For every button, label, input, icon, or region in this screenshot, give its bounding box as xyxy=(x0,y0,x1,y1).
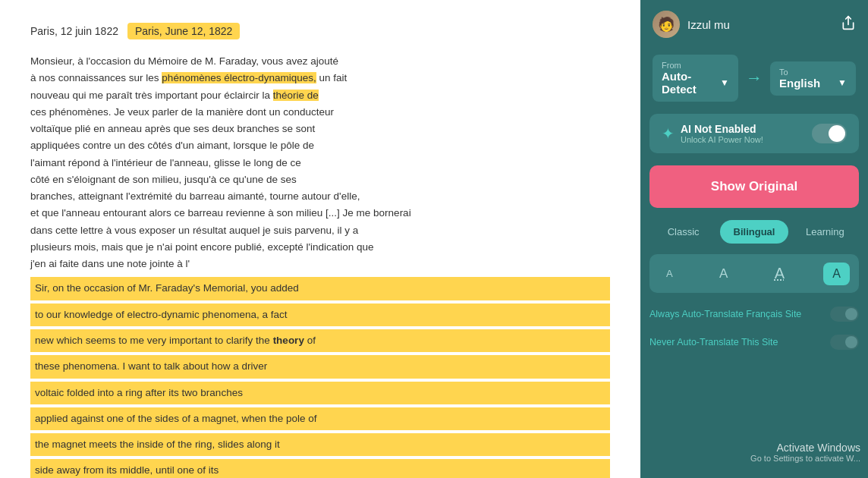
panel-header: 🧑 Izzul mu xyxy=(640,0,868,49)
to-value: English ▼ xyxy=(779,77,847,90)
ai-section: ✦ AI Not Enabled Unlock AI Power Now! xyxy=(649,114,859,153)
highlight-electro: phénomènes électro-dynamiques, xyxy=(162,72,316,83)
text-block: Monsieur, à l'occasion du Mémoire de M. … xyxy=(30,53,610,478)
translated-line-5: voltaic folded into a ring after its two… xyxy=(30,382,610,404)
avatar: 🧑 xyxy=(653,11,680,38)
always-auto-label: Always Auto-Translate Français Site xyxy=(649,309,801,319)
to-label: To xyxy=(779,68,847,77)
ai-title: AI Not Enabled xyxy=(681,123,763,135)
activate-subtitle: Go to Settings to activate W... xyxy=(750,454,860,463)
from-label: From xyxy=(662,61,729,70)
font-size-row: A A A A xyxy=(649,254,859,293)
activate-title: Activate Windows xyxy=(750,442,860,454)
from-dropdown-arrow: ▼ xyxy=(720,77,729,88)
direction-arrow: → xyxy=(746,68,763,88)
right-panel: 🧑 Izzul mu From Auto-Detect ▼ → To Engli… xyxy=(640,0,868,478)
translated-line-4: these phenomena. I want to talk about ho… xyxy=(30,355,610,378)
never-auto-row: Never Auto-Translate This Site xyxy=(649,332,859,353)
translated-line-3: new which seems to me very important to … xyxy=(30,329,610,352)
language-row: From Auto-Detect ▼ → To English ▼ xyxy=(640,49,868,109)
to-language-selector[interactable]: To English ▼ xyxy=(770,61,856,96)
date-line: Paris, 12 juin 1822 Paris, June 12, 1822 xyxy=(30,23,610,39)
ai-star-icon: ✦ xyxy=(662,124,675,143)
font-small[interactable]: A xyxy=(659,263,681,284)
ai-subtitle: Unlock AI Power Now! xyxy=(681,135,763,144)
username: Izzul mu xyxy=(687,18,730,31)
translated-line-6: applied against one of the sides of a ma… xyxy=(30,407,610,430)
activate-watermark: Activate Windows Go to Settings to activ… xyxy=(750,442,860,463)
translated-line-1: Sir, on the occasion of Mr. Faraday's Me… xyxy=(30,277,610,300)
always-auto-toggle[interactable] xyxy=(830,307,859,322)
translated-line-8: side away from its middle, until one of … xyxy=(30,459,610,478)
translated-line-7: the magnet meets the inside of the ring,… xyxy=(30,433,610,456)
translated-main-block: Sir, on the occasion of Mr. Faraday's Me… xyxy=(30,277,610,478)
tab-learning[interactable]: Learning xyxy=(791,220,859,244)
show-original-button[interactable]: Show Original xyxy=(649,165,859,208)
never-toggle-knob xyxy=(845,336,857,348)
always-toggle-knob xyxy=(845,308,857,320)
avatar-image: 🧑 xyxy=(653,11,680,38)
never-auto-toggle[interactable] xyxy=(830,335,859,350)
date-original: Paris, 12 juin 1822 xyxy=(30,25,118,37)
share-icon[interactable] xyxy=(841,15,856,34)
ai-info: ✦ AI Not Enabled Unlock AI Power Now! xyxy=(662,123,763,144)
always-auto-row: Always Auto-Translate Français Site xyxy=(649,303,859,325)
date-translated: Paris, June 12, 1822 xyxy=(127,23,240,39)
tab-bilingual[interactable]: Bilingual xyxy=(720,220,788,244)
font-active[interactable]: A xyxy=(823,263,850,285)
para-original: Monsieur, à l'occasion du Mémoire de M. … xyxy=(30,53,610,272)
from-language-selector[interactable]: From Auto-Detect ▼ xyxy=(653,55,738,102)
font-large[interactable]: A xyxy=(767,260,792,287)
user-info: 🧑 Izzul mu xyxy=(653,11,730,38)
toggle-knob xyxy=(829,125,845,142)
tab-classic[interactable]: Classic xyxy=(649,220,717,244)
mode-tabs: Classic Bilingual Learning xyxy=(649,220,859,244)
ai-text-block: AI Not Enabled Unlock AI Power Now! xyxy=(681,123,763,144)
content-area: Paris, 12 juin 1822 Paris, June 12, 1822… xyxy=(0,0,640,478)
highlight-theorie: théorie de xyxy=(273,90,319,101)
to-dropdown-arrow: ▼ xyxy=(838,77,847,88)
ai-toggle[interactable] xyxy=(812,124,847,143)
from-value: Auto-Detect ▼ xyxy=(662,70,729,96)
font-medium[interactable]: A xyxy=(712,262,735,286)
translated-line-2: to our knowledge of electro-dynamic phen… xyxy=(30,303,610,326)
never-auto-label: Never Auto-Translate This Site xyxy=(649,337,778,347)
